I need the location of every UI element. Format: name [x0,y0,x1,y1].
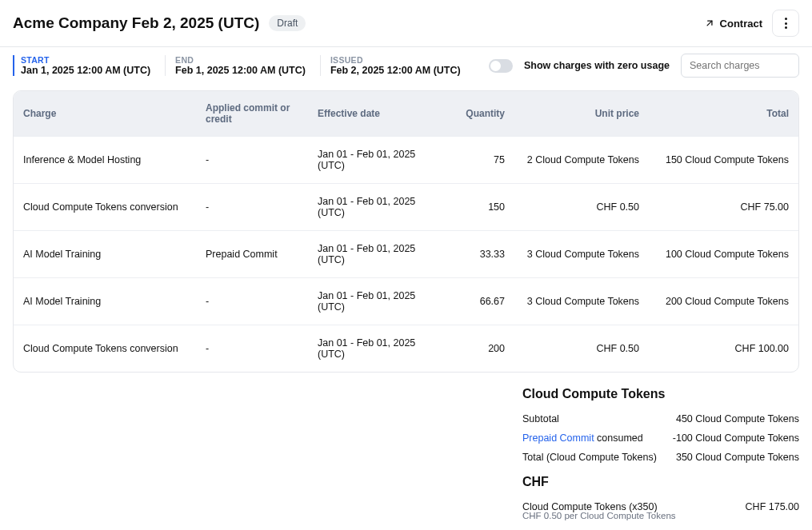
meta-bar: START Jan 1, 2025 12:00 AM (UTC) END Feb… [0,47,812,90]
cell-date: Jan 01 - Feb 01, 2025 (UTC) [308,137,442,184]
meta-end[interactable]: END Feb 1, 2025 12:00 AM (UTC) [175,55,321,76]
cell-total: 100 Cloud Compute Tokens [649,231,798,278]
table-row[interactable]: AI Model TrainingPrepaid CommitJan 01 - … [14,231,798,278]
cell-commit: - [196,184,308,231]
cell-date: Jan 01 - Feb 01, 2025 (UTC) [308,278,442,325]
table-row[interactable]: AI Model Training-Jan 01 - Feb 01, 2025 … [14,278,798,325]
cell-price: CHF 0.50 [514,325,649,373]
cell-date: Jan 01 - Feb 01, 2025 (UTC) [308,231,442,278]
col-date[interactable]: Effective date [308,91,442,137]
dots-vertical-icon [785,18,787,29]
cell-date: Jan 01 - Feb 01, 2025 (UTC) [308,184,442,231]
total-cct-label: Total (Cloud Compute Tokens) [522,452,657,463]
cell-commit: - [196,278,308,325]
zero-usage-toggle-label: Show charges with zero usage [524,60,670,71]
more-actions-button[interactable] [772,10,799,37]
cell-price: CHF 0.50 [514,184,649,231]
table-row[interactable]: Cloud Compute Tokens conversion-Jan 01 -… [14,325,798,373]
prepaid-commit-suffix: consumed [594,432,643,444]
meta-end-value: Feb 1, 2025 12:00 AM (UTC) [175,65,306,76]
cell-price: 3 Cloud Compute Tokens [514,278,649,325]
search-input[interactable] [681,54,799,78]
summary-panel: Cloud Compute Tokens Subtotal 450 Cloud … [522,387,799,530]
cct-subtotal-value: 450 Cloud Compute Tokens [676,413,799,424]
cell-commit: Prepaid Commit [196,231,308,278]
cell-charge: Cloud Compute Tokens conversion [14,325,196,373]
total-cct-value: 350 Cloud Compute Tokens [676,452,799,463]
cell-commit: - [196,325,308,373]
col-total[interactable]: Total [649,91,798,137]
col-price[interactable]: Unit price [514,91,649,137]
table-row[interactable]: Cloud Compute Tokens conversion-Jan 01 -… [14,184,798,231]
page-header: Acme Company Feb 2, 2025 (UTC) Draft Con… [0,0,812,47]
zero-usage-toggle[interactable] [489,59,513,73]
meta-start-label: START [21,55,150,65]
col-charge[interactable]: Charge [14,91,196,137]
cell-charge: AI Model Training [14,278,196,325]
col-qty[interactable]: Quantity [442,91,514,137]
cell-price: 2 Cloud Compute Tokens [514,137,649,184]
status-badge: Draft [269,15,306,31]
cell-qty: 150 [442,184,514,231]
cct-x-value: CHF 175.00 [746,501,799,512]
meta-start-value: Jan 1, 2025 12:00 AM (UTC) [21,65,150,76]
cct-heading: Cloud Compute Tokens [522,387,799,401]
cell-charge: Inference & Model Hosting [14,137,196,184]
cell-total: 150 Cloud Compute Tokens [649,137,798,184]
svg-line-0 [707,21,712,26]
charges-table: Charge Applied commit or credit Effectiv… [13,90,799,373]
col-commit[interactable]: Applied commit or credit [196,91,308,137]
cell-commit: - [196,137,308,184]
cell-qty: 33.33 [442,231,514,278]
contract-link[interactable]: Contract [704,18,762,30]
table-row[interactable]: Inference & Model Hosting-Jan 01 - Feb 0… [14,137,798,184]
cct-subtotal-label: Subtotal [522,413,559,424]
cell-charge: Cloud Compute Tokens conversion [14,184,196,231]
meta-issued-label: ISSUED [330,55,461,65]
cell-total: CHF 100.00 [649,325,798,373]
cell-qty: 200 [442,325,514,373]
cell-charge: AI Model Training [14,231,196,278]
page-title: Acme Company Feb 2, 2025 (UTC) [13,14,259,32]
contract-link-label: Contract [720,18,762,30]
arrow-up-right-icon [704,18,715,29]
meta-start[interactable]: START Jan 1, 2025 12:00 AM (UTC) [13,55,166,76]
cell-total: 200 Cloud Compute Tokens [649,278,798,325]
meta-issued-value: Feb 2, 2025 12:00 AM (UTC) [330,65,461,76]
cell-qty: 75 [442,137,514,184]
cell-total: CHF 75.00 [649,184,798,231]
cell-price: 3 Cloud Compute Tokens [514,231,649,278]
cell-date: Jan 01 - Feb 01, 2025 (UTC) [308,325,442,373]
prepaid-commit-consumed: Prepaid Commit consumed [522,432,643,444]
prepaid-commit-link[interactable]: Prepaid Commit [522,432,594,444]
meta-issued[interactable]: ISSUED Feb 2, 2025 12:00 AM (UTC) [330,55,475,76]
cell-qty: 66.67 [442,278,514,325]
chf-heading: CHF [522,475,799,489]
meta-end-label: END [175,55,306,65]
prepaid-commit-value: -100 Cloud Compute Tokens [673,432,799,444]
